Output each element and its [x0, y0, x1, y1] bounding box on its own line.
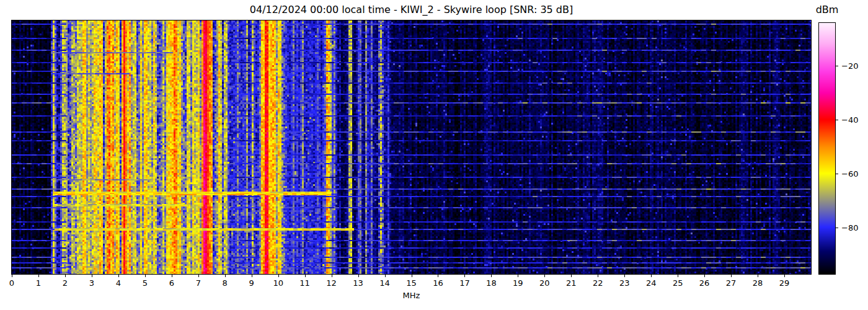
x-tick-label: 26	[692, 278, 717, 288]
x-tick-label: 13	[346, 278, 371, 288]
x-tick-label: 7	[186, 278, 211, 288]
x-tick-mark	[571, 275, 572, 277]
x-tick-label: 4	[106, 278, 131, 288]
x-tick-mark	[651, 275, 652, 277]
x-tick-mark	[38, 275, 39, 277]
x-tick-mark	[758, 275, 758, 277]
x-tick-label: 23	[612, 278, 637, 288]
x-tick-mark	[624, 275, 625, 277]
colorbar-gradient	[818, 22, 836, 275]
x-tick-mark	[358, 275, 359, 277]
x-tick-mark	[412, 275, 412, 277]
colorbar-tick-label: −60	[841, 169, 858, 178]
x-tick-mark	[305, 275, 306, 277]
x-tick-mark	[464, 275, 465, 277]
x-tick-label: 16	[425, 278, 450, 288]
colorbar-tick-label: −20	[841, 61, 858, 71]
x-tick-label: 5	[133, 278, 157, 288]
x-tick-label: 6	[159, 278, 184, 288]
x-axis-label: MHz	[12, 291, 811, 300]
colorbar-tick-mark	[836, 174, 838, 174]
x-tick-label: 27	[719, 278, 743, 288]
colorbar-tick-mark	[836, 228, 838, 228]
waterfall-figure: 04/12/2024 00:00 local time - KIWI_2 - S…	[0, 0, 868, 310]
x-tick-label: 2	[53, 278, 78, 288]
x-tick-label: 21	[559, 278, 583, 288]
chart-title: 04/12/2024 00:00 local time - KIWI_2 - S…	[12, 4, 811, 16]
x-tick-mark	[731, 275, 732, 277]
x-tick-label: 18	[479, 278, 503, 288]
colorbar-label: dBm	[806, 4, 848, 16]
x-tick-mark	[118, 275, 119, 277]
x-tick-mark	[385, 275, 386, 277]
x-tick-label: 28	[745, 278, 770, 288]
x-tick-label: 15	[399, 278, 424, 288]
x-tick-label: 3	[79, 278, 104, 288]
x-tick-label: 22	[585, 278, 610, 288]
colorbar-tick-mark	[836, 66, 838, 66]
x-tick-label: 29	[772, 278, 797, 288]
x-tick-label: 25	[665, 278, 690, 288]
x-tick-mark	[491, 275, 492, 277]
spectrogram-heatmap	[11, 20, 812, 275]
x-tick-mark	[332, 275, 332, 277]
x-tick-mark	[145, 275, 146, 277]
colorbar-tick-label: −80	[841, 223, 858, 232]
x-tick-mark	[438, 275, 438, 277]
colorbar-tick-label: −40	[841, 115, 858, 125]
x-tick-label: 11	[293, 278, 317, 288]
colorbar-tick-mark	[836, 120, 838, 120]
x-tick-label: 14	[373, 278, 397, 288]
x-tick-mark	[784, 275, 785, 277]
x-tick-label: 12	[319, 278, 344, 288]
x-tick-mark	[172, 275, 172, 277]
x-tick-mark	[704, 275, 705, 277]
x-tick-mark	[198, 275, 199, 277]
x-tick-mark	[65, 275, 66, 277]
x-tick-mark	[12, 275, 12, 277]
x-tick-mark	[252, 275, 252, 277]
x-tick-label: 0	[0, 278, 24, 288]
x-tick-label: 10	[266, 278, 291, 288]
x-tick-label: 24	[639, 278, 663, 288]
x-tick-label: 9	[239, 278, 264, 288]
x-tick-mark	[678, 275, 678, 277]
x-tick-label: 8	[213, 278, 237, 288]
x-tick-mark	[518, 275, 518, 277]
x-tick-mark	[225, 275, 226, 277]
x-tick-label: 20	[532, 278, 557, 288]
x-tick-label: 1	[26, 278, 51, 288]
x-tick-label: 17	[452, 278, 477, 288]
x-tick-mark	[278, 275, 279, 277]
x-tick-label: 19	[505, 278, 530, 288]
x-tick-mark	[598, 275, 598, 277]
x-tick-mark	[544, 275, 545, 277]
x-tick-mark	[92, 275, 92, 277]
